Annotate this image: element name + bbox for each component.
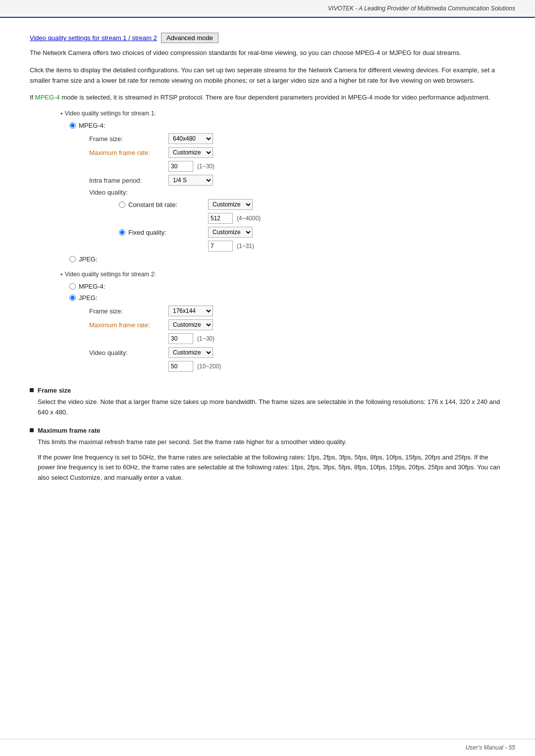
bullet-frame-size-title: Frame size — [30, 387, 505, 394]
desc-para-2: Click the items to display the detailed … — [30, 65, 505, 86]
stream1-max-frame-rate-input-row: (1~30) — [89, 161, 505, 172]
stream1-section-header: Video quality settings for stream 1: — [59, 110, 505, 117]
page-header: VIVOTEK - A Leading Provider of Multimed… — [0, 0, 535, 18]
stream1-cbr-control: Customize — [208, 199, 253, 210]
stream1-max-frame-rate-input[interactable] — [168, 161, 193, 172]
stream1-fq-input-row: (1~31) — [208, 241, 505, 252]
stream1-cbr-radio-label: Constant bit rate: — [119, 201, 208, 208]
stream1-frame-size-control: 640x480 320x240 176x144 — [168, 133, 213, 144]
stream1-fq-input[interactable] — [208, 241, 233, 252]
main-content: Video quality settings for stream 1 / st… — [0, 18, 535, 739]
stream1-settings: MPEG-4: Frame size: 640x480 320x240 176x… — [69, 122, 505, 263]
stream2-max-frame-rate-input-control: (1~30) — [168, 333, 214, 344]
stream2-mpeg4-label: MPEG-4: — [79, 283, 105, 290]
stream2-video-quality-input-control: (10~200) — [168, 361, 221, 372]
stream2-jpeg-label: JPEG: — [79, 294, 98, 302]
stream1-max-frame-rate-control: Customize 30fps 25fps — [168, 147, 213, 158]
stream1-mpeg4-radio-row: MPEG-4: — [69, 122, 505, 129]
stream1-max-frame-rate-label: Maximum frame rate: — [89, 149, 168, 156]
stream2-video-quality-input[interactable] — [168, 361, 193, 372]
stream1-cbr-input-control: (4~4000) — [208, 213, 261, 224]
stream2-video-quality-row: Video quality: Customize — [89, 347, 505, 358]
stream2-frame-size-control: 176x144 320x240 640x480 — [168, 305, 213, 316]
desc3-prefix: If — [30, 94, 35, 101]
stream1-mpeg4-radio[interactable] — [69, 122, 76, 129]
stream1-intra-frame-control: 1/4 S 1/2 S 1 S 2 S 3 S 4 S — [168, 175, 213, 186]
stream1-frame-size-label: Frame size: — [89, 135, 168, 143]
stream1-cbr-input-row: (4~4000) — [208, 213, 505, 224]
stream2-max-frame-rate-control: Customize 30fps — [168, 319, 213, 330]
stream2-video-quality-control: Customize — [168, 347, 213, 358]
stream2-mpeg4-radio-row: MPEG-4: — [69, 283, 505, 290]
stream1-mpeg4-label: MPEG-4: — [79, 122, 105, 129]
stream1-fq-radio-label: Fixed quality: — [119, 229, 208, 236]
stream1-cbr-select[interactable]: Customize — [208, 199, 253, 210]
stream2-mpeg4-radio[interactable] — [69, 283, 76, 290]
stream2-video-quality-select[interactable]: Customize — [168, 347, 213, 358]
stream2-max-frame-rate-input-row: (1~30) — [89, 333, 505, 344]
bullet-frame-size: Frame size Select the video size. Note t… — [30, 387, 505, 418]
stream1-constant-bit-rate-row: Constant bit rate: Customize — [119, 199, 505, 210]
stream1-fq-select[interactable]: Customize — [208, 227, 253, 238]
stream2-max-frame-rate-label: Maximum frame rate: — [89, 321, 168, 329]
stream2-video-quality-range: (10~200) — [197, 363, 221, 370]
stream2-frame-size-select[interactable]: 176x144 320x240 640x480 — [168, 305, 213, 316]
desc3-suffix: mode is selected, it is streamed in RTSP… — [60, 94, 490, 101]
advanced-mode-button[interactable]: Advanced mode — [161, 33, 218, 43]
stream2-settings: MPEG-4: JPEG: Frame size: 176x144 320x24… — [69, 283, 505, 372]
stream1-cbr-label: Constant bit rate: — [128, 201, 177, 208]
stream1-max-frame-rate-select[interactable]: Customize 30fps 25fps — [168, 147, 213, 158]
page-number: User's Manual - 55 — [466, 744, 515, 751]
bullet-max-frame-rate-title: Maximum frame rate — [30, 427, 505, 434]
stream1-max-frame-rate-input-control: (1~30) — [168, 161, 214, 172]
stream1-intra-frame-row: Intra frame period: 1/4 S 1/2 S 1 S 2 S … — [89, 175, 505, 186]
stream1-intra-frame-select[interactable]: 1/4 S 1/2 S 1 S 2 S 3 S 4 S — [168, 175, 213, 186]
stream1-max-frame-rate-row: Maximum frame rate: Customize 30fps 25fp… — [89, 147, 505, 158]
stream1-max-frame-rate-range: (1~30) — [197, 163, 214, 170]
stream1-jpeg-label: JPEG: — [79, 255, 98, 263]
stream2-jpeg-radio[interactable] — [69, 295, 76, 301]
desc-para-3: If MPEG-4 mode is selected, it is stream… — [30, 93, 505, 103]
stream2-video-quality-input-row: (10~200) — [89, 361, 505, 372]
stream2-max-frame-rate-input[interactable] — [168, 333, 193, 344]
breadcrumb-row: Video quality settings for stream 1 / st… — [30, 33, 505, 43]
stream2-section-header: Video quality settings for stream 2: — [59, 271, 505, 278]
stream2-video-quality-label: Video quality: — [89, 349, 168, 356]
stream1-frame-size-select[interactable]: 640x480 320x240 176x144 — [168, 133, 213, 144]
bullet-max-frame-rate-body1: This limits the maximal refresh frame ra… — [38, 437, 505, 448]
stream1-fixed-quality-row: Fixed quality: Customize — [119, 227, 505, 238]
bullet-frame-size-body: Select the video size. Note that a large… — [38, 397, 505, 418]
stream1-fq-input-control: (1~31) — [208, 241, 254, 252]
stream2-max-frame-rate-range: (1~30) — [197, 335, 214, 342]
bullet-square-2 — [30, 428, 34, 432]
stream1-video-quality-label-row: Video quality: — [89, 189, 505, 196]
bullet-max-frame-rate-body2: If the power line frequency is set to 50… — [38, 453, 505, 483]
stream1-cbr-input[interactable] — [208, 213, 233, 224]
bullet-frame-size-label: Frame size — [38, 387, 71, 394]
stream2-max-frame-rate-select[interactable]: Customize 30fps — [168, 319, 213, 330]
stream1-fq-range: (1~31) — [237, 243, 254, 250]
stream1-cbr-radio[interactable] — [119, 202, 125, 208]
bullet-max-frame-rate-label: Maximum frame rate — [38, 427, 100, 434]
stream2-frame-size-row: Frame size: 176x144 320x240 640x480 — [89, 305, 505, 316]
stream2-frame-size-label: Frame size: — [89, 307, 168, 315]
stream2-max-frame-rate-row: Maximum frame rate: Customize 30fps — [89, 319, 505, 330]
stream1-intra-frame-label: Intra frame period: — [89, 177, 168, 184]
stream1-frame-size-row: Frame size: 640x480 320x240 176x144 — [89, 133, 505, 144]
stream1-jpeg-radio-row: JPEG: — [69, 255, 505, 263]
stream1-fq-label: Fixed quality: — [128, 229, 166, 236]
stream1-cbr-range: (4~4000) — [237, 215, 261, 222]
bullet-square-1 — [30, 388, 34, 392]
bullet-sections: Frame size Select the video size. Note t… — [30, 387, 505, 483]
stream1-fq-control: Customize — [208, 227, 253, 238]
stream1-video-quality-label: Video quality: — [89, 189, 168, 196]
desc-para-1: The Network Camera offers two choices of… — [30, 48, 505, 58]
page-footer: User's Manual - 55 — [0, 739, 535, 756]
stream2-jpeg-radio-row: JPEG: — [69, 294, 505, 302]
mpeg4-link[interactable]: MPEG-4 — [35, 94, 60, 101]
stream1-jpeg-radio[interactable] — [69, 256, 76, 262]
breadcrumb-link[interactable]: Video quality settings for stream 1 / st… — [30, 34, 157, 42]
bullet-max-frame-rate: Maximum frame rate This limits the maxim… — [30, 427, 505, 483]
stream1-fq-radio[interactable] — [119, 229, 125, 236]
company-tagline: VIVOTEK - A Leading Provider of Multimed… — [328, 5, 515, 12]
